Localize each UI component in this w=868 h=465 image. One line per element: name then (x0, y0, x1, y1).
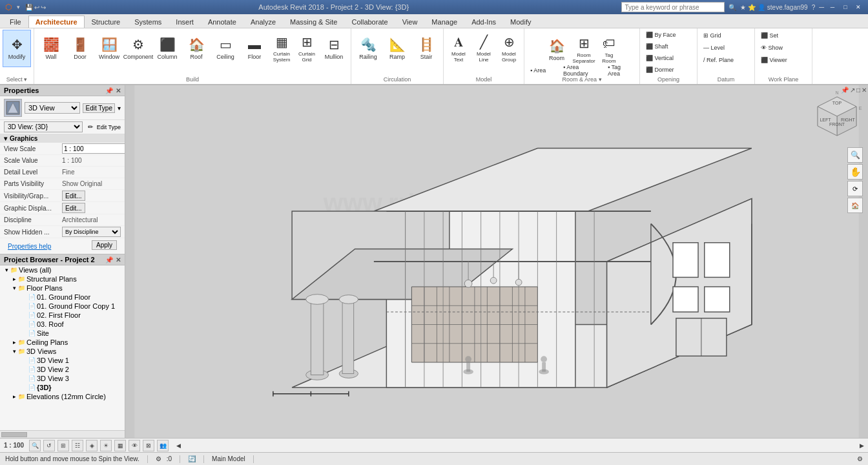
browser-item-first-floor[interactable]: 📄 02. First Floor (0, 311, 125, 320)
canvas-restore-icon[interactable]: ↗ (850, 87, 855, 94)
model-text-button[interactable]: 𝐀 Model Text (446, 30, 471, 67)
worksharing-button[interactable]: 👥 (157, 440, 169, 451)
left-arrow-icon[interactable]: ◀ (176, 442, 181, 449)
crop-button[interactable]: ▦ (114, 440, 126, 451)
sync-button[interactable]: ↺ (43, 440, 55, 451)
visual-style-button[interactable]: ◈ (86, 440, 98, 451)
column-button[interactable]: ⬛ Column (153, 30, 181, 67)
shadows-button[interactable]: ☀ (100, 440, 112, 451)
browser-item-views-all[interactable]: ▾ 📁 Views (all) (0, 265, 125, 274)
room-button[interactable]: 🏠 Room (542, 30, 571, 65)
graphicdisplay-edit-button[interactable]: Edit... (62, 203, 85, 213)
browser-item-roof[interactable]: 📄 03. Roof (0, 320, 125, 329)
tab-manage[interactable]: Manage (424, 16, 464, 28)
shaft-button[interactable]: ⬛ Shaft (643, 41, 694, 52)
browser-item-ground-floor[interactable]: 📄 01. Ground Floor (0, 293, 125, 302)
browser-pin-button[interactable]: 📌 (105, 256, 113, 264)
area-button[interactable]: ▪ Area (527, 66, 559, 75)
properties-close-button[interactable]: ✕ (116, 87, 121, 94)
dormer-button[interactable]: ⬛ Dormer (643, 64, 694, 75)
browser-item-ceiling-plans[interactable]: ▸ 📁 Ceiling Plans (0, 338, 125, 347)
browser-item-ground-floor-copy[interactable]: 📄 01. Ground Floor Copy 1 (0, 302, 125, 311)
title-bar-right[interactable]: 🔍 ★ ⭐ 👤 steve.fagan99 ? ─ ─ □ ✕ (621, 2, 863, 12)
tab-view[interactable]: View (395, 16, 425, 28)
maximize-button[interactable]: □ (841, 3, 850, 12)
vertical-button[interactable]: ⬛ Vertical (643, 53, 694, 64)
ceiling-button[interactable]: ▭ Ceiling (211, 30, 240, 67)
tab-modify[interactable]: Modify (503, 16, 538, 28)
tab-annotate[interactable]: Annotate (201, 16, 243, 28)
stair-button[interactable]: 🪜 Stair (412, 30, 440, 67)
roof-button[interactable]: 🏠 Roof (182, 30, 211, 67)
ramp-button[interactable]: 📐 Ramp (383, 30, 411, 67)
browser-item-floor-plans[interactable]: ▾ 📁 Floor Plans (0, 284, 125, 293)
view-type-select[interactable]: 3D View (25, 102, 80, 114)
railing-button[interactable]: 🔩 Railing (354, 30, 382, 67)
browser-item-3d-current[interactable]: 📄 {3D} (0, 383, 125, 392)
reveal-hidden-button[interactable]: 👁 (129, 440, 140, 451)
edit-type-button[interactable]: Edit Type (83, 103, 115, 113)
tab-collaborate[interactable]: Collaborate (344, 16, 395, 28)
show-button[interactable]: 👁 Show (758, 42, 809, 54)
tab-architecture[interactable]: Architecture (28, 16, 85, 28)
graphics-section-header[interactable]: ▾ Graphics (0, 134, 125, 143)
modify-button[interactable]: ✥ Modify (3, 30, 31, 67)
tab-analyze[interactable]: Analyze (243, 16, 283, 28)
browser-item-3dview1[interactable]: 📄 3D View 1 (0, 356, 125, 365)
browser-item-structural-plans[interactable]: ▸ 📁 Structural Plans (0, 274, 125, 284)
nav-home-button[interactable]: 🏠 (847, 198, 863, 213)
temp-hide-button[interactable]: ⊠ (143, 440, 154, 451)
level-button[interactable]: — Level (700, 42, 752, 54)
canvas-pin-icon[interactable]: 📌 (841, 87, 849, 94)
view-instance-select[interactable]: 3D View: {3D} (4, 121, 83, 132)
tag-area-button[interactable]: ▪ Tag Area (604, 66, 637, 75)
right-arrow-icon[interactable]: ▶ (860, 442, 864, 449)
edit-type-icon[interactable]: ✏ (88, 123, 93, 130)
mullion-button[interactable]: ⊟ Mullion (320, 30, 348, 67)
viewscale-input[interactable] (62, 143, 125, 154)
component-button[interactable]: ⚙ Component (124, 30, 152, 67)
floor-button[interactable]: ▬ Floor (240, 30, 269, 67)
model-group-button[interactable]: ⊕ Model Group (497, 30, 521, 67)
scrollbar-thumb[interactable] (1, 432, 27, 437)
tab-addins[interactable]: Add-Ins (464, 16, 503, 28)
area-boundary-button[interactable]: ▪ Area Boundary (560, 66, 604, 75)
model-line-button[interactable]: ╱ Model Line (471, 30, 496, 67)
browser-item-3d-views[interactable]: ▾ 📁 3D Views (0, 347, 125, 356)
tab-massing[interactable]: Massing & Site (283, 16, 344, 28)
curtain-grid-button[interactable]: ⊞ Curtain Grid (294, 30, 319, 67)
visibilitygraphics-edit-button[interactable]: Edit... (62, 191, 85, 201)
tab-file[interactable]: File (3, 16, 28, 28)
curtain-system-button[interactable]: ▦ Curtain System (269, 30, 294, 67)
view-cube[interactable]: TOP RIGHT LEFT FRONT N E (811, 90, 863, 142)
browser-close-button[interactable]: ✕ (116, 256, 121, 264)
window-button[interactable]: 🪟 Window (95, 30, 123, 67)
set-button[interactable]: ⬛ Set (758, 30, 809, 41)
showhidden-select[interactable]: By Discipline (62, 227, 121, 237)
canvas-close-icon[interactable]: ✕ (862, 87, 867, 94)
nav-orbit-button[interactable]: ⟳ (847, 181, 863, 196)
browser-scrollbar[interactable] (0, 430, 125, 438)
browser-item-elevations[interactable]: ▸ 📁 Elevations (12mm Circle) (0, 392, 125, 401)
nav-pan-button[interactable]: ✋ (847, 164, 863, 180)
close-button[interactable]: ✕ (854, 3, 863, 12)
view-options-button[interactable]: ⊞ (57, 440, 69, 451)
apply-button[interactable]: Apply (92, 240, 117, 250)
view-type-dropdown-icon[interactable]: ▾ (118, 105, 121, 112)
door-button[interactable]: 🚪 Door (66, 30, 94, 67)
ref-plane-button[interactable]: / Ref. Plane (700, 54, 752, 66)
nav-zoom-button[interactable]: 🔍 (847, 147, 863, 163)
tab-systems[interactable]: Systems (127, 16, 169, 28)
search-input[interactable] (621, 2, 725, 12)
detail-level-button[interactable]: ☷ (72, 440, 83, 451)
help-icon[interactable]: ? (812, 4, 816, 11)
minimize-button[interactable]: ─ (828, 3, 837, 12)
tab-insert[interactable]: Insert (169, 16, 201, 28)
tag-room-button[interactable]: 🏷 Tag Room (597, 30, 621, 65)
options-icon[interactable]: ⚙ (857, 455, 863, 462)
properties-pin-button[interactable]: 📌 (105, 87, 113, 94)
viewer-button[interactable]: ⬛ Viewer (758, 54, 809, 66)
by-face-button[interactable]: ⬛ By Face (643, 30, 694, 41)
browser-item-3dview3[interactable]: 📄 3D View 3 (0, 374, 125, 383)
canvas-max-icon[interactable]: □ (856, 87, 860, 94)
